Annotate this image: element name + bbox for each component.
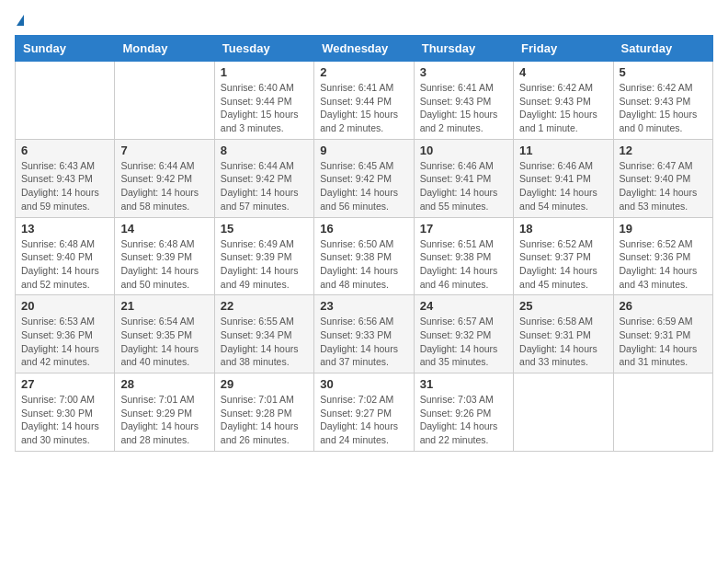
day-number: 31 [420, 377, 507, 391]
weekday-header-sunday: Sunday [16, 36, 115, 62]
calendar-cell [613, 373, 712, 452]
day-info: Sunrise: 6:55 AM Sunset: 9:34 PM Dayligh… [221, 315, 308, 369]
day-info: Sunrise: 7:01 AM Sunset: 9:28 PM Dayligh… [221, 393, 308, 447]
day-info: Sunrise: 6:45 AM Sunset: 9:42 PM Dayligh… [320, 159, 407, 213]
day-number: 28 [120, 377, 208, 391]
calendar-cell: 19Sunrise: 6:52 AM Sunset: 9:36 PM Dayli… [613, 217, 712, 295]
day-info: Sunrise: 6:48 AM Sunset: 9:39 PM Dayligh… [120, 237, 208, 292]
day-info: Sunrise: 6:50 AM Sunset: 9:38 PM Dayligh… [320, 237, 407, 292]
day-number: 16 [320, 222, 407, 236]
calendar-cell: 10Sunrise: 6:46 AM Sunset: 9:41 PM Dayli… [414, 139, 513, 217]
day-info: Sunrise: 6:49 AM Sunset: 9:39 PM Dayligh… [221, 237, 308, 292]
day-info: Sunrise: 6:54 AM Sunset: 9:35 PM Dayligh… [120, 315, 208, 369]
calendar-cell: 7Sunrise: 6:44 AM Sunset: 9:42 PM Daylig… [115, 139, 214, 217]
calendar-cell: 20Sunrise: 6:53 AM Sunset: 9:36 PM Dayli… [16, 295, 115, 373]
day-number: 15 [221, 222, 308, 236]
day-info: Sunrise: 6:48 AM Sunset: 9:40 PM Dayligh… [21, 237, 108, 292]
day-number: 5 [620, 65, 707, 79]
day-info: Sunrise: 7:00 AM Sunset: 9:30 PM Dayligh… [21, 393, 108, 447]
calendar-cell: 8Sunrise: 6:44 AM Sunset: 9:42 PM Daylig… [214, 139, 313, 217]
day-info: Sunrise: 6:46 AM Sunset: 9:41 PM Dayligh… [519, 159, 607, 213]
day-number: 19 [620, 222, 707, 236]
calendar-cell: 15Sunrise: 6:49 AM Sunset: 9:39 PM Dayli… [214, 217, 313, 295]
logo [15, 15, 24, 26]
day-number: 18 [519, 222, 607, 236]
calendar-cell: 16Sunrise: 6:50 AM Sunset: 9:38 PM Dayli… [314, 217, 414, 295]
calendar-cell: 13Sunrise: 6:48 AM Sunset: 9:40 PM Dayli… [16, 217, 115, 295]
weekday-header-row: SundayMondayTuesdayWednesdayThursdayFrid… [16, 36, 713, 62]
weekday-header-wednesday: Wednesday [314, 36, 414, 62]
calendar-cell [514, 373, 613, 452]
day-number: 13 [21, 222, 108, 236]
week-row-4: 20Sunrise: 6:53 AM Sunset: 9:36 PM Dayli… [16, 295, 713, 373]
day-info: Sunrise: 7:01 AM Sunset: 9:29 PM Dayligh… [120, 393, 208, 447]
calendar-cell: 2Sunrise: 6:41 AM Sunset: 9:44 PM Daylig… [314, 62, 414, 140]
day-number: 21 [120, 299, 208, 313]
calendar-cell: 31Sunrise: 7:03 AM Sunset: 9:26 PM Dayli… [414, 373, 513, 452]
calendar-cell: 21Sunrise: 6:54 AM Sunset: 9:35 PM Dayli… [115, 295, 214, 373]
weekday-header-saturday: Saturday [613, 36, 712, 62]
week-row-3: 13Sunrise: 6:48 AM Sunset: 9:40 PM Dayli… [16, 217, 713, 295]
day-info: Sunrise: 6:51 AM Sunset: 9:38 PM Dayligh… [420, 237, 507, 292]
calendar-table: SundayMondayTuesdayWednesdayThursdayFrid… [15, 35, 713, 452]
day-info: Sunrise: 7:03 AM Sunset: 9:26 PM Dayligh… [420, 393, 507, 447]
day-info: Sunrise: 6:59 AM Sunset: 9:31 PM Dayligh… [620, 315, 707, 369]
day-number: 4 [519, 65, 607, 79]
day-info: Sunrise: 6:56 AM Sunset: 9:33 PM Dayligh… [320, 315, 407, 369]
calendar-cell: 4Sunrise: 6:42 AM Sunset: 9:43 PM Daylig… [514, 62, 613, 140]
calendar-cell: 25Sunrise: 6:58 AM Sunset: 9:31 PM Dayli… [514, 295, 613, 373]
day-number: 6 [21, 144, 108, 157]
calendar-cell: 12Sunrise: 6:47 AM Sunset: 9:40 PM Dayli… [613, 139, 712, 217]
weekday-header-thursday: Thursday [414, 36, 513, 62]
day-number: 8 [221, 144, 308, 157]
week-row-1: 1Sunrise: 6:40 AM Sunset: 9:44 PM Daylig… [16, 62, 713, 140]
day-number: 9 [320, 144, 407, 157]
logo-triangle-icon [17, 15, 24, 26]
page-header [15, 15, 713, 26]
day-number: 10 [420, 144, 507, 157]
weekday-header-monday: Monday [115, 36, 214, 62]
day-info: Sunrise: 6:44 AM Sunset: 9:42 PM Dayligh… [221, 159, 308, 213]
calendar-cell: 18Sunrise: 6:52 AM Sunset: 9:37 PM Dayli… [514, 217, 613, 295]
day-info: Sunrise: 6:42 AM Sunset: 9:43 PM Dayligh… [519, 81, 607, 135]
week-row-5: 27Sunrise: 7:00 AM Sunset: 9:30 PM Dayli… [16, 373, 713, 452]
day-number: 25 [519, 299, 607, 313]
day-info: Sunrise: 6:52 AM Sunset: 9:36 PM Dayligh… [620, 237, 707, 292]
week-row-2: 6Sunrise: 6:43 AM Sunset: 9:43 PM Daylig… [16, 139, 713, 217]
calendar-cell: 1Sunrise: 6:40 AM Sunset: 9:44 PM Daylig… [214, 62, 313, 140]
day-number: 1 [221, 65, 308, 79]
day-info: Sunrise: 6:41 AM Sunset: 9:43 PM Dayligh… [420, 81, 507, 135]
day-info: Sunrise: 6:43 AM Sunset: 9:43 PM Dayligh… [21, 159, 108, 213]
calendar-cell: 30Sunrise: 7:02 AM Sunset: 9:27 PM Dayli… [314, 373, 414, 452]
day-info: Sunrise: 6:46 AM Sunset: 9:41 PM Dayligh… [420, 159, 507, 213]
calendar-cell: 22Sunrise: 6:55 AM Sunset: 9:34 PM Dayli… [214, 295, 313, 373]
day-number: 20 [21, 299, 108, 313]
day-number: 30 [320, 377, 407, 391]
day-number: 27 [21, 377, 108, 391]
day-info: Sunrise: 6:57 AM Sunset: 9:32 PM Dayligh… [420, 315, 507, 369]
day-info: Sunrise: 6:52 AM Sunset: 9:37 PM Dayligh… [519, 237, 607, 292]
day-number: 22 [221, 299, 308, 313]
day-number: 17 [420, 222, 507, 236]
day-info: Sunrise: 6:47 AM Sunset: 9:40 PM Dayligh… [620, 159, 707, 213]
day-info: Sunrise: 7:02 AM Sunset: 9:27 PM Dayligh… [320, 393, 407, 447]
day-number: 23 [320, 299, 407, 313]
calendar-cell: 26Sunrise: 6:59 AM Sunset: 9:31 PM Dayli… [613, 295, 712, 373]
day-number: 29 [221, 377, 308, 391]
weekday-header-friday: Friday [514, 36, 613, 62]
day-info: Sunrise: 6:44 AM Sunset: 9:42 PM Dayligh… [120, 159, 208, 213]
day-number: 24 [420, 299, 507, 313]
calendar-cell: 6Sunrise: 6:43 AM Sunset: 9:43 PM Daylig… [16, 139, 115, 217]
day-info: Sunrise: 6:40 AM Sunset: 9:44 PM Dayligh… [221, 81, 308, 135]
day-info: Sunrise: 6:42 AM Sunset: 9:43 PM Dayligh… [620, 81, 707, 135]
calendar-cell: 5Sunrise: 6:42 AM Sunset: 9:43 PM Daylig… [613, 62, 712, 140]
weekday-header-tuesday: Tuesday [214, 36, 313, 62]
day-info: Sunrise: 6:58 AM Sunset: 9:31 PM Dayligh… [519, 315, 607, 369]
calendar-cell [115, 62, 214, 140]
day-number: 12 [620, 144, 707, 157]
day-number: 3 [420, 65, 507, 79]
day-info: Sunrise: 6:41 AM Sunset: 9:44 PM Dayligh… [320, 81, 407, 135]
calendar-cell: 11Sunrise: 6:46 AM Sunset: 9:41 PM Dayli… [514, 139, 613, 217]
calendar-cell: 29Sunrise: 7:01 AM Sunset: 9:28 PM Dayli… [214, 373, 313, 452]
calendar-cell: 28Sunrise: 7:01 AM Sunset: 9:29 PM Dayli… [115, 373, 214, 452]
